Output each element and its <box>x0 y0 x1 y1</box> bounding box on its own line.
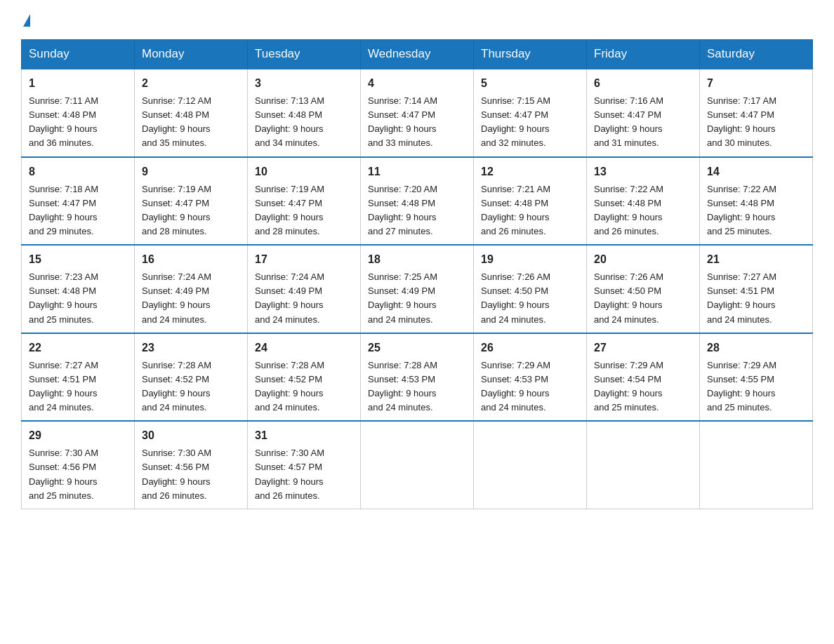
calendar-day-cell: 18Sunrise: 7:25 AMSunset: 4:49 PMDayligh… <box>361 245 474 333</box>
day-detail: Sunrise: 7:28 AMSunset: 4:52 PMDaylight:… <box>142 358 240 415</box>
calendar-day-cell: 10Sunrise: 7:19 AMSunset: 4:47 PMDayligh… <box>248 157 361 246</box>
day-number: 24 <box>255 340 353 356</box>
calendar-header-wednesday: Wednesday <box>361 40 474 69</box>
calendar-day-cell: 6Sunrise: 7:16 AMSunset: 4:47 PMDaylight… <box>587 69 700 157</box>
calendar-week-row: 22Sunrise: 7:27 AMSunset: 4:51 PMDayligh… <box>22 333 813 422</box>
day-detail: Sunrise: 7:13 AMSunset: 4:48 PMDaylight:… <box>255 94 353 151</box>
calendar-day-cell: 21Sunrise: 7:27 AMSunset: 4:51 PMDayligh… <box>700 245 813 333</box>
day-number: 27 <box>594 340 692 356</box>
calendar-day-cell: 5Sunrise: 7:15 AMSunset: 4:47 PMDaylight… <box>474 69 587 157</box>
calendar-header-friday: Friday <box>587 40 700 69</box>
calendar-day-cell: 19Sunrise: 7:26 AMSunset: 4:50 PMDayligh… <box>474 245 587 333</box>
calendar-day-cell: 23Sunrise: 7:28 AMSunset: 4:52 PMDayligh… <box>135 333 248 422</box>
day-number: 7 <box>707 75 805 92</box>
logo <box>21 14 30 27</box>
calendar-day-cell: 27Sunrise: 7:29 AMSunset: 4:54 PMDayligh… <box>587 333 700 422</box>
day-number: 13 <box>594 163 692 180</box>
day-detail: Sunrise: 7:27 AMSunset: 4:51 PMDaylight:… <box>29 358 127 415</box>
calendar-day-cell: 9Sunrise: 7:19 AMSunset: 4:47 PMDaylight… <box>135 157 248 246</box>
logo-triangle-icon <box>23 14 30 27</box>
day-detail: Sunrise: 7:11 AMSunset: 4:48 PMDaylight:… <box>29 94 127 151</box>
calendar-day-cell: 29Sunrise: 7:30 AMSunset: 4:56 PMDayligh… <box>22 421 135 509</box>
day-detail: Sunrise: 7:26 AMSunset: 4:50 PMDaylight:… <box>481 270 579 327</box>
page-header <box>21 14 813 27</box>
calendar-day-cell: 15Sunrise: 7:23 AMSunset: 4:48 PMDayligh… <box>22 245 135 333</box>
day-detail: Sunrise: 7:29 AMSunset: 4:54 PMDaylight:… <box>594 358 692 415</box>
calendar-day-cell: 16Sunrise: 7:24 AMSunset: 4:49 PMDayligh… <box>135 245 248 333</box>
day-number: 1 <box>29 75 127 92</box>
day-detail: Sunrise: 7:17 AMSunset: 4:47 PMDaylight:… <box>707 94 805 151</box>
calendar-header-saturday: Saturday <box>700 40 813 69</box>
day-detail: Sunrise: 7:24 AMSunset: 4:49 PMDaylight:… <box>255 270 353 327</box>
day-number: 31 <box>255 427 353 444</box>
day-detail: Sunrise: 7:29 AMSunset: 4:55 PMDaylight:… <box>707 358 805 415</box>
day-number: 10 <box>255 163 353 180</box>
calendar-day-cell: 22Sunrise: 7:27 AMSunset: 4:51 PMDayligh… <box>22 333 135 422</box>
calendar-table: SundayMondayTuesdayWednesdayThursdayFrid… <box>21 39 813 509</box>
calendar-header-monday: Monday <box>135 40 248 69</box>
day-number: 25 <box>368 340 466 356</box>
day-detail: Sunrise: 7:26 AMSunset: 4:50 PMDaylight:… <box>594 270 692 327</box>
day-number: 26 <box>481 340 579 356</box>
day-detail: Sunrise: 7:14 AMSunset: 4:47 PMDaylight:… <box>368 94 466 151</box>
day-detail: Sunrise: 7:25 AMSunset: 4:49 PMDaylight:… <box>368 270 466 327</box>
day-detail: Sunrise: 7:30 AMSunset: 4:56 PMDaylight:… <box>142 446 240 503</box>
day-number: 29 <box>29 427 127 444</box>
day-number: 30 <box>142 427 240 444</box>
day-number: 9 <box>142 163 240 180</box>
calendar-day-cell: 4Sunrise: 7:14 AMSunset: 4:47 PMDaylight… <box>361 69 474 157</box>
day-detail: Sunrise: 7:12 AMSunset: 4:48 PMDaylight:… <box>142 94 240 151</box>
calendar-day-cell: 30Sunrise: 7:30 AMSunset: 4:56 PMDayligh… <box>135 421 248 509</box>
day-detail: Sunrise: 7:28 AMSunset: 4:53 PMDaylight:… <box>368 358 466 415</box>
day-number: 11 <box>368 163 466 180</box>
day-detail: Sunrise: 7:22 AMSunset: 4:48 PMDaylight:… <box>707 182 805 239</box>
calendar-week-row: 15Sunrise: 7:23 AMSunset: 4:48 PMDayligh… <box>22 245 813 333</box>
calendar-empty-cell <box>700 421 813 509</box>
calendar-day-cell: 13Sunrise: 7:22 AMSunset: 4:48 PMDayligh… <box>587 157 700 246</box>
calendar-week-row: 29Sunrise: 7:30 AMSunset: 4:56 PMDayligh… <box>22 421 813 509</box>
day-number: 2 <box>142 75 240 92</box>
day-number: 19 <box>481 251 579 268</box>
calendar-day-cell: 1Sunrise: 7:11 AMSunset: 4:48 PMDaylight… <box>22 69 135 157</box>
day-number: 6 <box>594 75 692 92</box>
day-number: 4 <box>368 75 466 92</box>
calendar-day-cell: 3Sunrise: 7:13 AMSunset: 4:48 PMDaylight… <box>248 69 361 157</box>
day-detail: Sunrise: 7:16 AMSunset: 4:47 PMDaylight:… <box>594 94 692 151</box>
calendar-day-cell: 17Sunrise: 7:24 AMSunset: 4:49 PMDayligh… <box>248 245 361 333</box>
day-detail: Sunrise: 7:27 AMSunset: 4:51 PMDaylight:… <box>707 270 805 327</box>
calendar-week-row: 1Sunrise: 7:11 AMSunset: 4:48 PMDaylight… <box>22 69 813 157</box>
day-number: 3 <box>255 75 353 92</box>
day-detail: Sunrise: 7:18 AMSunset: 4:47 PMDaylight:… <box>29 182 127 239</box>
calendar-day-cell: 2Sunrise: 7:12 AMSunset: 4:48 PMDaylight… <box>135 69 248 157</box>
day-number: 28 <box>707 340 805 356</box>
day-number: 14 <box>707 163 805 180</box>
calendar-day-cell: 20Sunrise: 7:26 AMSunset: 4:50 PMDayligh… <box>587 245 700 333</box>
day-number: 21 <box>707 251 805 268</box>
day-detail: Sunrise: 7:15 AMSunset: 4:47 PMDaylight:… <box>481 94 579 151</box>
day-detail: Sunrise: 7:30 AMSunset: 4:56 PMDaylight:… <box>29 446 127 503</box>
day-detail: Sunrise: 7:21 AMSunset: 4:48 PMDaylight:… <box>481 182 579 239</box>
day-detail: Sunrise: 7:23 AMSunset: 4:48 PMDaylight:… <box>29 270 127 327</box>
day-number: 17 <box>255 251 353 268</box>
day-number: 15 <box>29 251 127 268</box>
calendar-day-cell: 14Sunrise: 7:22 AMSunset: 4:48 PMDayligh… <box>700 157 813 246</box>
calendar-day-cell: 26Sunrise: 7:29 AMSunset: 4:53 PMDayligh… <box>474 333 587 422</box>
calendar-empty-cell <box>587 421 700 509</box>
day-detail: Sunrise: 7:20 AMSunset: 4:48 PMDaylight:… <box>368 182 466 239</box>
day-detail: Sunrise: 7:24 AMSunset: 4:49 PMDaylight:… <box>142 270 240 327</box>
calendar-header-row: SundayMondayTuesdayWednesdayThursdayFrid… <box>22 40 813 69</box>
calendar-empty-cell <box>474 421 587 509</box>
calendar-day-cell: 28Sunrise: 7:29 AMSunset: 4:55 PMDayligh… <box>700 333 813 422</box>
day-detail: Sunrise: 7:30 AMSunset: 4:57 PMDaylight:… <box>255 446 353 503</box>
calendar-day-cell: 11Sunrise: 7:20 AMSunset: 4:48 PMDayligh… <box>361 157 474 246</box>
calendar-day-cell: 25Sunrise: 7:28 AMSunset: 4:53 PMDayligh… <box>361 333 474 422</box>
calendar-day-cell: 12Sunrise: 7:21 AMSunset: 4:48 PMDayligh… <box>474 157 587 246</box>
day-detail: Sunrise: 7:19 AMSunset: 4:47 PMDaylight:… <box>255 182 353 239</box>
calendar-header-tuesday: Tuesday <box>248 40 361 69</box>
day-number: 23 <box>142 340 240 356</box>
calendar-day-cell: 31Sunrise: 7:30 AMSunset: 4:57 PMDayligh… <box>248 421 361 509</box>
calendar-header-sunday: Sunday <box>22 40 135 69</box>
day-number: 20 <box>594 251 692 268</box>
day-number: 22 <box>29 340 127 356</box>
day-detail: Sunrise: 7:28 AMSunset: 4:52 PMDaylight:… <box>255 358 353 415</box>
